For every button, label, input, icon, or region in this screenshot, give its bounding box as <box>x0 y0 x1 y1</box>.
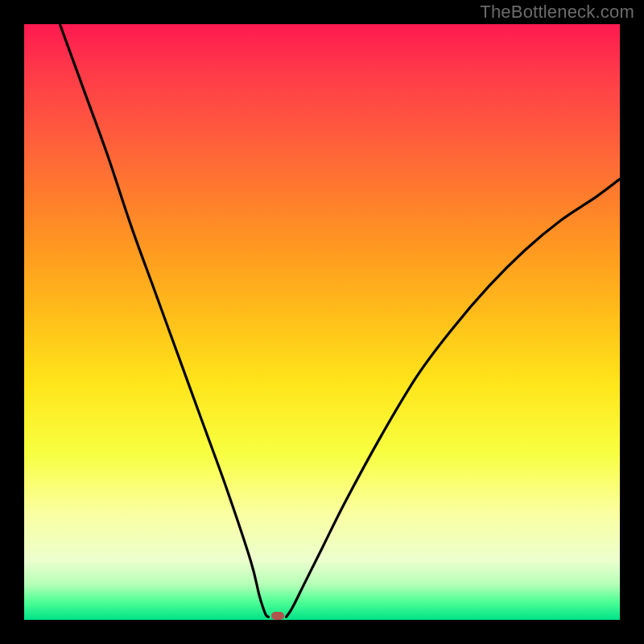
plot-area <box>24 24 620 620</box>
bottleneck-curves <box>24 24 620 620</box>
optimal-point-marker <box>271 612 284 620</box>
chart-frame: TheBottleneck.com <box>0 0 644 644</box>
curve-right <box>287 179 620 617</box>
curve-left <box>60 24 268 617</box>
watermark-label: TheBottleneck.com <box>480 2 634 23</box>
